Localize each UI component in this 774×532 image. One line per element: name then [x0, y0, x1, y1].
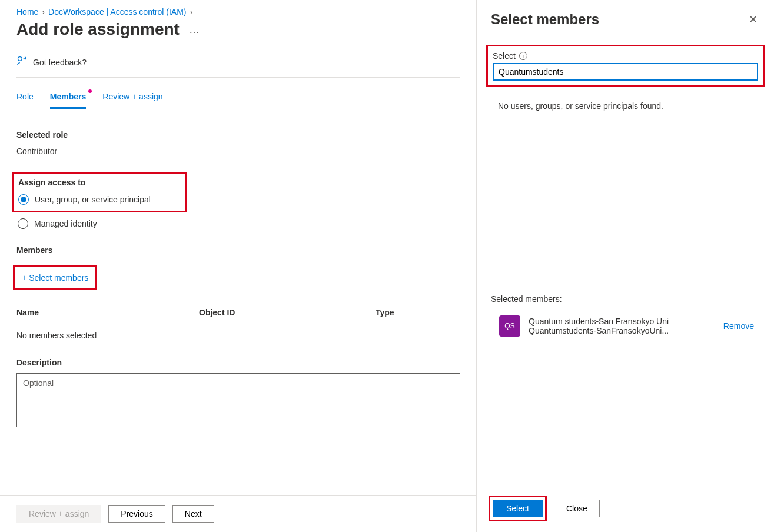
highlight-select-button: Select [489, 496, 547, 521]
page-title: Add role assignment [16, 20, 180, 39]
avatar: QS [499, 315, 520, 337]
member-name: Quantum students-San Fransokyo Uni [529, 317, 715, 326]
tab-role[interactable]: Role [16, 92, 34, 109]
breadcrumb-workspace[interactable]: DocWorkspace | Access control (IAM) [48, 7, 186, 16]
feedback-link[interactable]: Got feedback? [16, 55, 460, 78]
radio-mi-label: Managed identity [34, 219, 97, 228]
highlight-select-members: + Select members [13, 265, 97, 290]
description-input[interactable] [16, 373, 460, 427]
col-type: Type [376, 308, 460, 317]
plus-icon: + [22, 273, 26, 282]
tab-members[interactable]: Members [50, 92, 86, 109]
previous-button[interactable]: Previous [108, 505, 165, 523]
select-label-text: Select [493, 51, 516, 61]
main-footer: Review + assign Previous Next [0, 495, 477, 532]
select-members-panel: Select members ✕ Select i No users, grou… [476, 0, 774, 532]
tab-members-label: Members [50, 92, 86, 101]
breadcrumb-home[interactable]: Home [16, 7, 38, 16]
highlight-search: Select i [486, 45, 765, 87]
highlight-assign-access: Assign access to User, group, or service… [12, 172, 187, 212]
tabs: Role Members Review + assign [16, 92, 460, 109]
member-search-input[interactable] [493, 63, 758, 81]
close-button[interactable]: Close [554, 500, 600, 517]
members-table-empty: No members selected [16, 322, 460, 358]
next-button[interactable]: Next [172, 505, 214, 523]
more-actions-icon[interactable]: … [189, 24, 200, 36]
description-label: Description [16, 358, 460, 367]
tab-review[interactable]: Review + assign [102, 92, 162, 109]
select-label: Select i [493, 51, 758, 61]
remove-member-link[interactable]: Remove [723, 321, 754, 331]
feedback-icon [16, 55, 28, 69]
members-table-header: Name Object ID Type [16, 308, 460, 322]
radio-managed-identity[interactable]: Managed identity [18, 218, 460, 229]
assign-access-label: Assign access to [18, 178, 181, 187]
no-results-message: No users, groups, or service principals … [491, 98, 760, 119]
select-members-link[interactable]: + Select members [22, 273, 88, 282]
selected-members-label: Selected members: [491, 294, 760, 304]
radio-user-group[interactable]: User, group, or service principal [18, 194, 181, 205]
panel-title: Select members [491, 11, 599, 28]
radio-selected-icon [18, 194, 29, 205]
review-assign-button[interactable]: Review + assign [16, 505, 101, 523]
members-label: Members [16, 245, 460, 255]
member-secondary: Quantumstudents-SanFransokyoUni... [529, 326, 715, 335]
notification-dot-icon [88, 89, 92, 93]
chevron-right-icon: › [190, 7, 192, 16]
svg-point-0 [18, 57, 22, 61]
selected-member-row: QS Quantum students-San Fransokyo Uni Qu… [491, 315, 760, 345]
breadcrumb: Home › DocWorkspace | Access control (IA… [16, 7, 460, 16]
radio-user-label: User, group, or service principal [35, 195, 151, 204]
select-button[interactable]: Select [493, 500, 543, 517]
selected-role-value: Contributor [16, 147, 460, 156]
col-name: Name [16, 308, 199, 317]
selected-role-label: Selected role [16, 130, 460, 139]
info-icon[interactable]: i [519, 52, 527, 60]
select-members-label: Select members [29, 273, 88, 282]
col-object-id: Object ID [199, 308, 376, 317]
feedback-label: Got feedback? [33, 58, 87, 67]
close-icon[interactable]: ✕ [746, 11, 760, 28]
chevron-right-icon: › [42, 7, 45, 16]
radio-unselected-icon [18, 218, 28, 229]
